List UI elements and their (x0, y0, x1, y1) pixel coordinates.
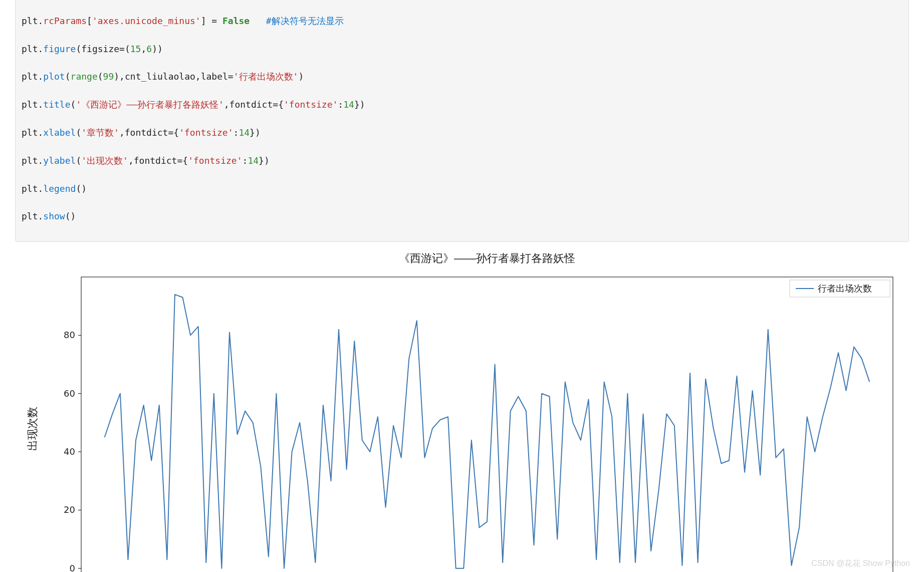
y-axis-label: 出现次数 (26, 407, 39, 451)
code-line-8: plt.show() (22, 209, 902, 223)
y-tick-label: 0 (70, 563, 75, 572)
code-line-6: plt.ylabel('出现次数',fontdict={'fontsize':1… (22, 154, 902, 168)
code-line-5: plt.xlabel('章节数',fontdict={'fontsize':14… (22, 126, 902, 140)
code-cell: plt.rcParams['axes.unicode_minus'] = Fal… (15, 0, 909, 242)
code-line-4: plt.title('《西游记》——孙行者暴打各路妖怪',fontdict={'… (22, 98, 902, 112)
y-tick-label: 60 (64, 388, 75, 399)
line-chart: 《西游记》——孙行者暴打各路妖怪020406080020406080100章节数… (16, 247, 908, 572)
y-tick-label: 20 (64, 505, 75, 515)
series-line (105, 295, 870, 568)
code-line-1: plt.rcParams['axes.unicode_minus'] = Fal… (22, 14, 902, 28)
y-tick-label: 80 (64, 330, 75, 340)
legend-label: 行者出场次数 (818, 283, 872, 294)
plot-frame (81, 277, 893, 572)
chart-title: 《西游记》——孙行者暴打各路妖怪 (399, 252, 575, 264)
code-line-3: plt.plot(range(99),cnt_liulaolao,label='… (22, 70, 902, 84)
code-line-2: plt.figure(figsize=(15,6)) (22, 42, 902, 56)
y-tick-label: 40 (64, 446, 75, 457)
watermark-text: CSDN @花花 Show Python (811, 558, 910, 569)
code-line-7: plt.legend() (22, 182, 902, 196)
chart-output: 《西游记》——孙行者暴打各路妖怪020406080020406080100章节数… (15, 247, 909, 572)
